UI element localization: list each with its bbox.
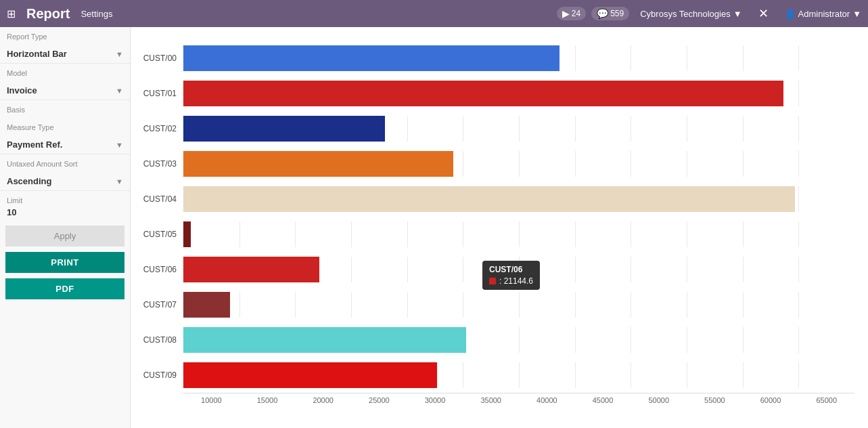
bar-fill bbox=[183, 362, 437, 388]
model-label: Model bbox=[7, 69, 123, 77]
xaxis-tick: 55000 bbox=[687, 396, 743, 404]
bar-fill bbox=[183, 151, 453, 177]
basis-label: Basis bbox=[7, 106, 123, 114]
xaxis-tick: 50000 bbox=[631, 396, 687, 404]
xaxis-tick: 20000 bbox=[295, 396, 351, 404]
sidebar: Report Type Horizontal Bar ▼ Model Invoi… bbox=[0, 27, 131, 428]
bar-label: CUST/04 bbox=[137, 194, 183, 204]
bar-row: CUST/04 bbox=[137, 181, 854, 217]
apply-button[interactable]: Apply bbox=[5, 226, 124, 247]
bar-fill bbox=[183, 81, 783, 106]
xaxis-tick: 65000 bbox=[798, 396, 854, 404]
measure-type-section: Measure Type bbox=[0, 118, 130, 135]
bar-fill bbox=[183, 45, 559, 71]
company-selector[interactable]: Cybrosys Technologies ▼ bbox=[640, 9, 741, 19]
measure-type-field[interactable]: Payment Ref. ▼ bbox=[0, 135, 130, 154]
bar-fill bbox=[183, 116, 385, 142]
user-icon: 👤 bbox=[785, 9, 796, 19]
bar-label: CUST/09 bbox=[137, 370, 183, 380]
bar-track bbox=[183, 327, 854, 353]
bar-fill bbox=[183, 292, 230, 318]
company-chevron-icon: ▼ bbox=[733, 9, 742, 19]
bar-track bbox=[183, 116, 854, 142]
sort-value: Ascending bbox=[7, 176, 51, 186]
user-selector[interactable]: 👤 Administrator ▼ bbox=[785, 9, 861, 19]
xaxis-tick: 15000 bbox=[239, 396, 296, 404]
chart-container: CUST/00CUST/01CUST/02CUST/03CUST/04CUST/… bbox=[137, 41, 854, 404]
bar-chart: CUST/00CUST/01CUST/02CUST/03CUST/04CUST/… bbox=[137, 41, 854, 393]
bar-fill bbox=[183, 186, 795, 212]
bar-fill bbox=[183, 221, 191, 247]
bar-track bbox=[183, 221, 854, 247]
bar-fill bbox=[183, 257, 319, 282]
notif2-count: 559 bbox=[610, 9, 624, 18]
x-axis: 1000015000200002500030000350004000045000… bbox=[183, 393, 854, 404]
notif1-badge[interactable]: ▶ 24 bbox=[557, 7, 586, 20]
bar-row: CUST/02 bbox=[137, 111, 854, 146]
model-chevron-icon: ▼ bbox=[116, 87, 123, 95]
bar-label: CUST/02 bbox=[137, 124, 183, 133]
settings-link[interactable]: Settings bbox=[81, 9, 112, 19]
bar-track bbox=[183, 362, 854, 388]
sort-label: Untaxed Amount Sort bbox=[7, 160, 123, 168]
bar-track bbox=[183, 257, 854, 282]
chart-area: CUST/00CUST/01CUST/02CUST/03CUST/04CUST/… bbox=[131, 27, 868, 428]
basis-section: Basis bbox=[0, 100, 130, 118]
user-chevron-icon: ▼ bbox=[852, 9, 861, 19]
bar-row: CUST/07 bbox=[137, 287, 854, 322]
activity-icon: ▶ bbox=[562, 8, 570, 19]
xaxis-tick: 60000 bbox=[743, 396, 799, 404]
pdf-button[interactable]: PDF bbox=[5, 278, 124, 299]
bar-track bbox=[183, 186, 854, 212]
bar-track bbox=[183, 45, 854, 71]
user-name: Administrator bbox=[798, 9, 850, 19]
report-type-section: Report Type bbox=[0, 27, 130, 45]
report-type-field[interactable]: Horizontal Bar ▼ bbox=[0, 45, 130, 64]
bar-row: CUST/01 bbox=[137, 76, 854, 111]
sort-chevron-icon: ▼ bbox=[116, 177, 123, 186]
bar-label: CUST/01 bbox=[137, 89, 183, 98]
bar-label: CUST/05 bbox=[137, 230, 183, 239]
grid-icon[interactable]: ⊞ bbox=[7, 7, 16, 20]
model-section: Model bbox=[0, 64, 130, 81]
sort-field[interactable]: Ascending ▼ bbox=[0, 172, 130, 191]
message-icon: 💬 bbox=[597, 8, 608, 19]
bar-row: CUST/06 bbox=[137, 252, 854, 287]
measure-type-value: Payment Ref. bbox=[7, 140, 62, 150]
measure-type-label: Measure Type bbox=[7, 123, 123, 131]
bar-label: CUST/03 bbox=[137, 159, 183, 169]
print-button[interactable]: PRINT bbox=[5, 252, 124, 273]
limit-section: Limit 10 bbox=[0, 191, 130, 223]
measure-type-chevron-icon: ▼ bbox=[116, 141, 123, 149]
bar-row: CUST/05 bbox=[137, 217, 854, 252]
model-field[interactable]: Invoice ▼ bbox=[0, 81, 130, 100]
bar-label: CUST/00 bbox=[137, 53, 183, 63]
app-title: Report bbox=[26, 6, 70, 22]
bar-track bbox=[183, 292, 854, 318]
bar-label: CUST/06 bbox=[137, 265, 183, 274]
report-type-chevron-icon: ▼ bbox=[116, 50, 123, 58]
bar-row: CUST/08 bbox=[137, 322, 854, 358]
main-layout: Report Type Horizontal Bar ▼ Model Invoi… bbox=[0, 27, 868, 428]
report-type-label: Report Type bbox=[7, 33, 123, 41]
bar-fill bbox=[183, 327, 466, 353]
limit-label: Limit bbox=[7, 196, 123, 205]
xaxis-tick: 10000 bbox=[183, 396, 239, 404]
bar-label: CUST/08 bbox=[137, 335, 183, 345]
bar-track bbox=[183, 151, 854, 177]
report-type-value: Horizontal Bar bbox=[7, 49, 67, 59]
xaxis-tick: 40000 bbox=[519, 396, 575, 404]
model-value: Invoice bbox=[7, 85, 37, 95]
company-name: Cybrosys Technologies bbox=[640, 9, 730, 19]
xaxis-tick: 30000 bbox=[407, 396, 463, 404]
xaxis-tick: 25000 bbox=[351, 396, 407, 404]
close-button[interactable]: ✕ bbox=[753, 6, 774, 21]
bars-and-grid: CUST/00CUST/01CUST/02CUST/03CUST/04CUST/… bbox=[137, 41, 854, 393]
bar-label: CUST/07 bbox=[137, 300, 183, 309]
notif2-badge[interactable]: 💬 559 bbox=[591, 7, 629, 20]
xaxis-tick: 35000 bbox=[463, 396, 519, 404]
bar-track bbox=[183, 81, 854, 106]
bar-row: CUST/03 bbox=[137, 146, 854, 181]
notifications: ▶ 24 💬 559 bbox=[557, 7, 629, 20]
notif1-count: 24 bbox=[572, 9, 580, 18]
